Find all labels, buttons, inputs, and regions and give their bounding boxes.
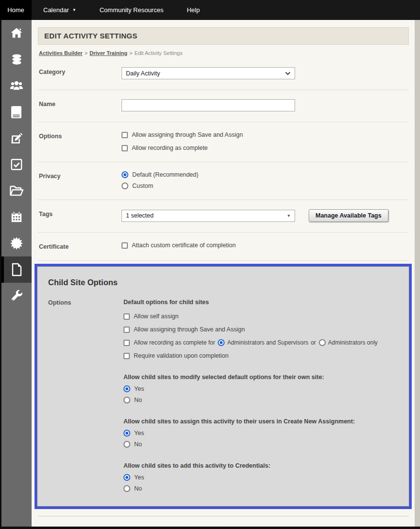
radio-label: Custom — [132, 182, 153, 189]
nav-item-help[interactable]: Help — [175, 0, 211, 20]
radio-label: Administrators only — [328, 339, 378, 346]
tags-label: Tags — [39, 209, 122, 222]
child-site-options-panel: Child Site Options Options Default optio… — [35, 264, 412, 509]
credentials-yes-radio[interactable] — [123, 474, 130, 481]
burst-icon — [10, 237, 23, 250]
sidebar — [0, 20, 32, 527]
breadcrumb-separator: > — [129, 50, 132, 56]
file-icon — [11, 263, 22, 276]
sidebar-item-home[interactable] — [1, 20, 32, 46]
app-window: Home Calendar ▼ Community Resources Help — [0, 0, 420, 529]
chevron-down-icon: ▼ — [287, 214, 291, 218]
assign-activity-no-radio[interactable] — [123, 441, 130, 448]
manage-available-tags-button[interactable]: Manage Available Tags — [309, 209, 388, 222]
tags-dropdown[interactable]: 1 selected ▼ — [122, 210, 295, 222]
checkbox-label: Allow assigning through Save and Assign — [132, 131, 243, 138]
options-label: Options — [39, 131, 122, 151]
sidebar-item-data[interactable] — [1, 46, 32, 73]
page-right-gutter — [415, 20, 420, 527]
sidebar-item-files[interactable] — [1, 178, 32, 204]
category-label: Category — [39, 67, 122, 79]
sidebar-item-builder[interactable] — [1, 125, 32, 151]
category-row: Category Daily Activity — [38, 58, 409, 90]
sidebar-item-users[interactable] — [1, 73, 32, 99]
page-title: EDIT ACTIVITY SETTINGS — [44, 32, 402, 40]
admins-and-supervisors-radio[interactable] — [218, 339, 225, 346]
allow-self-assign-checkbox[interactable] — [123, 313, 130, 320]
category-select[interactable]: Daily Activity — [122, 67, 295, 79]
wrench-icon — [10, 290, 23, 303]
radio-row: No — [123, 441, 401, 448]
require-validation-checkbox[interactable] — [123, 353, 130, 359]
category-select-value: Daily Activity — [126, 70, 160, 77]
radio-row: Yes — [123, 430, 401, 437]
check-square-icon — [10, 158, 23, 171]
checkbox-row: Attach custom certificate of completion — [122, 242, 408, 249]
calendar-icon — [10, 211, 23, 223]
checkbox-row: Allow self assign — [123, 313, 401, 320]
radio-label: No — [134, 485, 142, 492]
admins-only-radio[interactable] — [319, 339, 326, 346]
checkbox-row: Allow assigning through Save and Assign — [123, 326, 401, 333]
tags-row: Tags 1 selected ▼ Manage Available Tags — [38, 200, 409, 233]
top-navigation: Home Calendar ▼ Community Resources Help — [0, 0, 420, 20]
sidebar-item-admin-tools[interactable] — [1, 283, 32, 309]
users-icon — [9, 79, 24, 92]
home-icon — [10, 26, 23, 40]
default-options-heading: Default options for child sites — [123, 299, 401, 306]
breadcrumb-link-activities-builder[interactable]: Activities Builder — [39, 50, 83, 56]
nav-item-calendar[interactable]: Calendar ▼ — [32, 0, 88, 20]
name-input[interactable] — [122, 99, 295, 111]
sidebar-item-library[interactable] — [1, 99, 32, 125]
checkbox-label: Allow self assign — [134, 313, 178, 320]
tags-dropdown-value: 1 selected — [126, 212, 154, 219]
radio-row: Default (Recommended) — [122, 171, 408, 178]
edit-icon — [10, 132, 23, 145]
radio-label: Default (Recommended) — [132, 171, 198, 178]
assign-activity-yes-radio[interactable] — [123, 430, 130, 437]
certificate-label: Certificate — [39, 242, 122, 250]
breadcrumb: Activities Builder>Driver Training>Edit … — [39, 50, 408, 56]
credentials-no-radio[interactable] — [123, 485, 130, 492]
radio-label: No — [134, 397, 142, 403]
allow-record-complete-checkbox[interactable] — [122, 145, 128, 151]
breadcrumb-current: Edit Activity Settings — [134, 50, 182, 56]
checkbox-label: Allow recording as complete for — [134, 339, 215, 346]
breadcrumb-separator: > — [85, 50, 88, 56]
checkbox-label: Allow assigning through Save and Assign — [134, 326, 245, 333]
child-allow-record-complete-checkbox[interactable] — [123, 340, 130, 346]
allow-save-assign-checkbox[interactable] — [122, 132, 128, 138]
child-allow-save-assign-checkbox[interactable] — [123, 327, 130, 333]
sidebar-item-calendar[interactable] — [1, 204, 32, 230]
assign-activity-question: Allow child sites to assign this activit… — [123, 418, 401, 448]
radio-row: Custom — [122, 182, 408, 189]
checkbox-label: Attach custom certificate of completion — [132, 242, 236, 249]
privacy-label: Privacy — [39, 171, 122, 189]
checkbox-row: Require validation upon completion — [123, 352, 401, 359]
radio-row: Yes — [123, 474, 401, 481]
database-icon — [10, 53, 23, 66]
modify-defaults-yes-radio[interactable] — [123, 385, 130, 392]
modify-defaults-no-radio[interactable] — [123, 397, 130, 403]
radio-row: No — [123, 485, 401, 492]
privacy-custom-radio[interactable] — [122, 182, 128, 189]
question-text: Allow child sites to modify selected def… — [123, 374, 401, 381]
name-label: Name — [39, 99, 122, 111]
breadcrumb-link-driver-training[interactable]: Driver Training — [89, 50, 127, 56]
credentials-question: Allow child sites to add this activity t… — [123, 462, 401, 492]
checkbox-row: Allow assigning through Save and Assign — [122, 131, 408, 138]
sidebar-item-community[interactable] — [1, 230, 32, 256]
attach-certificate-checkbox[interactable] — [122, 242, 128, 249]
radio-row: No — [123, 397, 401, 403]
nav-item-community-resources[interactable]: Community Resources — [88, 0, 175, 20]
nav-item-home[interactable]: Home — [0, 0, 32, 20]
privacy-default-radio[interactable] — [122, 171, 128, 178]
radio-label: Yes — [134, 430, 144, 437]
certificate-row: Certificate Attach custom certificate of… — [38, 233, 409, 261]
nav-item-calendar-label: Calendar — [43, 6, 69, 14]
sidebar-item-documents[interactable] — [1, 256, 32, 283]
sidebar-item-tasks[interactable] — [1, 151, 32, 178]
question-text: Allow child sites to assign this activit… — [123, 418, 401, 425]
question-text: Allow child sites to add this activity t… — [123, 462, 401, 469]
footer-actions: Save Copy Delete Cancel — [38, 516, 409, 527]
